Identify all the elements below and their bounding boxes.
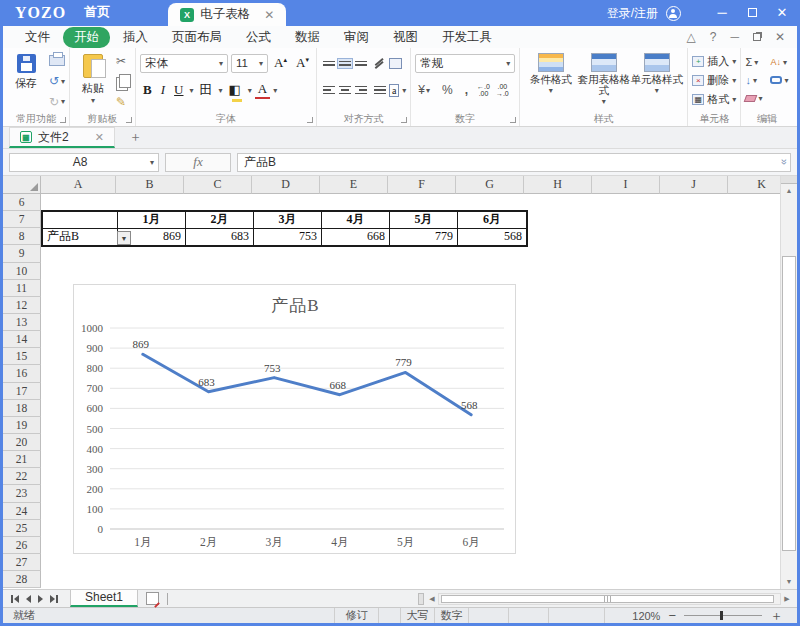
- formula-input[interactable]: 产品B «: [237, 153, 791, 172]
- align-top-icon[interactable]: [321, 59, 335, 68]
- comma-format-button[interactable]: ,: [462, 82, 471, 99]
- col-header-K[interactable]: K: [728, 176, 780, 194]
- copy-button[interactable]: [116, 73, 131, 90]
- number-dialog-launcher-icon[interactable]: [510, 117, 516, 123]
- font-size-combo[interactable]: 11▾: [231, 54, 268, 73]
- col-header-G[interactable]: G: [456, 176, 524, 194]
- prev-sheet-button[interactable]: [26, 595, 31, 603]
- status-segment-4[interactable]: [469, 608, 509, 623]
- row-header-24[interactable]: 24: [3, 503, 41, 520]
- row-header-25[interactable]: 25: [3, 520, 41, 537]
- col-header-J[interactable]: J: [660, 176, 728, 194]
- sheet-tab-sheet1[interactable]: Sheet1: [70, 590, 138, 607]
- status-segment-3[interactable]: 数字: [435, 608, 469, 623]
- conditional-format-button[interactable]: 条件格式▾: [524, 52, 577, 96]
- horizontal-scrollbar[interactable]: ◀ ▶: [418, 592, 793, 606]
- cell-dropdown-button[interactable]: ▼: [117, 231, 131, 245]
- vertical-scroll-thumb[interactable]: [782, 256, 796, 551]
- col-header-E[interactable]: E: [320, 176, 388, 194]
- home-tab[interactable]: 首页: [84, 3, 110, 21]
- align-left-icon[interactable]: [321, 84, 335, 97]
- scroll-right-icon[interactable]: ▶: [781, 595, 793, 603]
- menu-item-view[interactable]: 视图: [382, 27, 429, 48]
- zoom-slider-handle[interactable]: [720, 611, 723, 620]
- row-header-18[interactable]: 18: [3, 400, 41, 417]
- print-button[interactable]: [49, 52, 65, 69]
- cells-area[interactable]: 1月2月3月4月5月6月产品B869683753668779568 ▼ 0100…: [41, 194, 780, 589]
- status-segment-0[interactable]: 修订: [335, 608, 379, 623]
- app-tab-close-icon[interactable]: ✕: [264, 8, 274, 22]
- col-header-B[interactable]: B: [116, 176, 184, 194]
- font-name-combo[interactable]: 宋体▾: [140, 54, 228, 73]
- scroll-down-icon[interactable]: ▼: [781, 575, 797, 589]
- row-header-20[interactable]: 20: [3, 434, 41, 451]
- row-label-cell[interactable]: 产品B: [43, 229, 118, 246]
- status-segment-6[interactable]: [549, 608, 605, 623]
- grow-font-button[interactable]: A▴: [271, 55, 290, 71]
- col-header-I[interactable]: I: [592, 176, 660, 194]
- document-tab[interactable]: ▦ 文件2 ✕: [9, 127, 115, 148]
- value-cell[interactable]: 668: [322, 229, 390, 246]
- align-right-icon[interactable]: [355, 84, 369, 97]
- italic-button[interactable]: I: [158, 82, 168, 98]
- alignment-dialog-launcher-icon[interactable]: [401, 117, 407, 123]
- format-cells-button[interactable]: ▦ 格式▾: [692, 90, 736, 108]
- fill-button[interactable]: ↓▾: [745, 72, 762, 88]
- row-header-16[interactable]: 16: [3, 365, 41, 382]
- scroll-up-icon[interactable]: ▲: [781, 184, 797, 198]
- save-button[interactable]: 保存: [7, 52, 45, 91]
- bold-button[interactable]: B: [140, 82, 155, 98]
- product-chart[interactable]: 01002003004005006007008009001000产品B1月2月3…: [73, 284, 516, 554]
- last-sheet-button[interactable]: [50, 595, 58, 603]
- next-sheet-button[interactable]: [38, 595, 43, 603]
- row-header-27[interactable]: 27: [3, 554, 41, 571]
- merge-cells-icon[interactable]: [389, 58, 402, 69]
- col-header-H[interactable]: H: [524, 176, 592, 194]
- row-header-6[interactable]: 6: [3, 194, 41, 211]
- align-middle-icon[interactable]: [338, 59, 352, 68]
- row-header-7[interactable]: 7: [3, 211, 41, 228]
- month-header-cell[interactable]: 2月: [186, 212, 254, 229]
- month-header-cell[interactable]: 6月: [458, 212, 526, 229]
- zoom-slider[interactable]: [684, 615, 762, 616]
- doc-minimize-icon[interactable]: ─: [730, 30, 739, 44]
- month-header-cell[interactable]: 1月: [118, 212, 186, 229]
- doc-restore-icon[interactable]: [753, 30, 761, 44]
- fill-color-button[interactable]: ◧: [226, 82, 245, 98]
- fx-button[interactable]: fx: [165, 153, 231, 172]
- value-cell[interactable]: 568: [458, 229, 526, 246]
- menu-item-page-layout[interactable]: 页面布局: [161, 27, 233, 48]
- find-button[interactable]: ▾: [770, 72, 788, 88]
- zoom-out-button[interactable]: −: [668, 609, 676, 623]
- menu-item-formulas[interactable]: 公式: [235, 27, 282, 48]
- corner-cell[interactable]: [43, 212, 118, 229]
- new-document-button[interactable]: ＋: [129, 128, 142, 148]
- close-button[interactable]: ✕: [767, 0, 797, 26]
- menu-item-insert[interactable]: 插入: [112, 27, 159, 48]
- col-header-A[interactable]: A: [41, 176, 116, 194]
- col-header-C[interactable]: C: [184, 176, 252, 194]
- user-avatar-icon[interactable]: [666, 6, 681, 21]
- number-format-combo[interactable]: 常规▾: [415, 54, 515, 73]
- row-header-28[interactable]: 28: [3, 571, 41, 588]
- autosum-button[interactable]: Σ▾: [745, 54, 762, 70]
- split-handle[interactable]: [781, 176, 797, 184]
- row-header-12[interactable]: 12: [3, 297, 41, 314]
- increase-decimal-icon[interactable]: ←.0.00: [477, 83, 490, 97]
- font-color-button[interactable]: A: [255, 81, 270, 99]
- sort-button[interactable]: A↓▾: [770, 54, 788, 70]
- cell-style-button[interactable]: 单元格样式▾: [630, 52, 683, 96]
- first-sheet-button[interactable]: [11, 595, 19, 603]
- indent-icon[interactable]: [372, 84, 386, 97]
- select-all-corner[interactable]: [3, 176, 41, 194]
- horizontal-scroll-thumb[interactable]: [441, 595, 774, 603]
- row-header-17[interactable]: 17: [3, 383, 41, 400]
- redo-button[interactable]: ↻▾: [49, 93, 65, 110]
- scroll-left-icon[interactable]: ◀: [426, 595, 438, 603]
- row-header-21[interactable]: 21: [3, 451, 41, 468]
- clear-button[interactable]: ▾: [745, 90, 762, 106]
- menu-item-home[interactable]: 开始: [63, 27, 110, 48]
- row-header-9[interactable]: 9: [3, 245, 41, 262]
- spreadsheet-app-tab[interactable]: X 电子表格 ✕: [168, 3, 286, 26]
- collapse-ribbon-icon[interactable]: △: [687, 30, 696, 44]
